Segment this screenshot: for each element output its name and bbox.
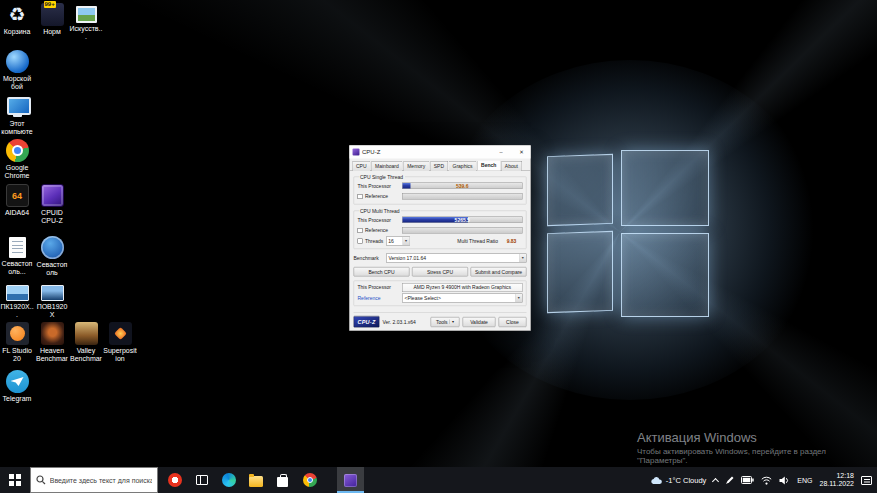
window-title: CPU-Z — [362, 149, 380, 156]
processor-group: This Processor AMD Ryzen 9 4900H with Ra… — [354, 281, 527, 307]
telegram-icon — [6, 370, 29, 393]
tab-bench[interactable]: Bench — [477, 161, 500, 171]
taskbar-browser-button[interactable] — [161, 467, 188, 493]
taskbar-search[interactable]: Введите здесь текст для поиска — [30, 467, 158, 493]
desktop-icon-fl-studio[interactable]: FL Studio 20 — [0, 322, 34, 363]
photo-icon — [6, 285, 29, 301]
desktop-icon-label: Севастополь... — [0, 260, 34, 276]
desktop-icon-telegram[interactable]: Telegram — [0, 370, 34, 403]
desktop-icon-label: Heaven Benchmark — [35, 347, 69, 364]
tab-cpu[interactable]: CPU — [352, 161, 371, 171]
blue-app-icon — [6, 50, 29, 73]
desktop-icon-cpuz[interactable]: CPUID CPU-Z — [35, 184, 69, 225]
weather-text: -1°C Cloudy — [666, 476, 707, 485]
clock-time: 12:18 — [819, 472, 854, 481]
screen: Корзина 99+ Норм Искусств... Морской бой… — [0, 0, 877, 493]
taskbar-cpuz-button[interactable] — [337, 467, 364, 493]
chevron-down-icon: ▾ — [515, 294, 522, 302]
desktop-icon-sevastopol-doc[interactable]: Севастополь... — [0, 236, 34, 276]
submit-and-compare-button[interactable]: Submit and Compare — [471, 267, 527, 277]
desktop-icon-art[interactable]: Искусств... — [69, 3, 103, 41]
benchmark-version-select[interactable]: Version 17.01.64 ▾ — [386, 253, 527, 262]
validate-button[interactable]: Validate — [463, 317, 496, 327]
cpuz-logo: CPU-Z — [354, 316, 380, 328]
network-icon[interactable] — [761, 476, 772, 485]
minimize-button[interactable]: – — [492, 146, 510, 159]
benchmark-version-value: Version 17.01.64 — [389, 255, 427, 261]
windows-logo-icon — [9, 474, 21, 486]
threads-select[interactable]: 16 ▾ — [386, 236, 410, 245]
aida64-icon — [6, 184, 29, 207]
desktop-icon-label: Корзина — [0, 28, 34, 36]
tab-graphics[interactable]: Graphics — [449, 161, 477, 171]
taskbar-chrome-button[interactable] — [296, 467, 323, 493]
browser-icon — [168, 473, 182, 487]
pen-icon[interactable] — [725, 476, 734, 485]
start-button[interactable] — [0, 467, 30, 493]
multi-thread-group-label: CPU Multi Thread — [359, 208, 402, 214]
reference-link[interactable]: Reference — [358, 295, 400, 301]
language-indicator[interactable]: ENG — [797, 477, 812, 484]
desktop-icon-label: Искусств... — [69, 25, 103, 41]
game-icon: 99+ — [41, 3, 64, 26]
weather-widget[interactable]: -1°C Cloudy — [650, 476, 707, 485]
multi-thread-group: CPU Multi Thread This Processor 5265.5 R… — [354, 208, 527, 249]
computer-icon — [6, 95, 29, 118]
single-thread-group: CPU Single Thread This Processor 539.6 R… — [354, 174, 527, 205]
search-icon — [36, 475, 46, 485]
multi-thread-score-bar: 5265.5 — [402, 217, 523, 224]
single-thread-score: 539.6 — [403, 183, 523, 189]
tab-about[interactable]: About — [501, 161, 522, 171]
bench-cpu-button[interactable]: Bench CPU — [354, 267, 410, 277]
multi-thread-score: 5265.5 — [403, 217, 523, 223]
volume-icon[interactable] — [779, 476, 790, 485]
tab-memory[interactable]: Memory — [403, 161, 429, 171]
desktop-icon-norm[interactable]: 99+ Норм — [35, 3, 69, 36]
desktop-icon-valley-benchmark[interactable]: Valley Benchmark — [69, 322, 103, 364]
desktop-icon-wallpaper-2[interactable]: ПОВ1920Х Windows к... — [35, 281, 69, 320]
tab-mainboard[interactable]: Mainboard — [371, 161, 403, 171]
taskbar-explorer-button[interactable] — [242, 467, 269, 493]
photo-icon — [41, 285, 64, 301]
close-window-button[interactable]: ✕ — [513, 146, 531, 159]
desktop-icon-heaven-benchmark[interactable]: Heaven Benchmark — [35, 322, 69, 364]
windows-hero-pane-bottom-right — [621, 233, 709, 317]
processor-name: AMD Ryzen 9 4900H with Radeon Graphics — [413, 285, 511, 291]
desktop-icon-superposition-benchmark[interactable]: Superposition Benchmark — [103, 322, 137, 364]
activation-watermark-subtitle: Чтобы активировать Windows, перейдите в … — [637, 447, 877, 465]
tab-spd[interactable]: SPD — [430, 161, 448, 171]
single-reference-checkbox[interactable] — [358, 194, 363, 199]
recycle-bin-icon — [6, 3, 29, 26]
desktop-icon-recycle-bin[interactable]: Корзина — [0, 3, 34, 36]
stress-cpu-button[interactable]: Stress CPU — [412, 267, 468, 277]
threads-checkbox[interactable] — [358, 238, 363, 243]
reference-select[interactable]: <Please Select> ▾ — [402, 293, 523, 302]
battery-icon[interactable] — [741, 476, 754, 484]
chevron-down-icon: ▾ — [402, 237, 409, 245]
activation-watermark-title: Активация Windows — [637, 430, 877, 445]
chrome-icon — [303, 473, 317, 487]
action-center-icon[interactable] — [861, 476, 872, 485]
desktop-icon-label: Морской бой — [0, 75, 34, 91]
processor-row-label: This Processor — [358, 285, 400, 291]
clock[interactable]: 12:18 28.11.2022 — [819, 472, 854, 489]
edge-icon — [222, 473, 236, 487]
taskbar-store-button[interactable] — [269, 467, 296, 493]
multi-reference-bar — [402, 227, 523, 234]
close-button[interactable]: Close — [499, 317, 527, 327]
desktop-icon-wallpaper-1[interactable]: ПК1920Х... — [0, 281, 34, 319]
multi-reference-checkbox[interactable] — [358, 228, 363, 233]
desktop-icon-chrome[interactable]: Google Chrome — [0, 139, 34, 180]
single-thread-row-label: This Processor — [358, 183, 400, 189]
tray-expand-chevron-icon[interactable] — [712, 477, 719, 484]
single-thread-group-label: CPU Single Thread — [359, 174, 405, 180]
taskbar-task-view-button[interactable] — [188, 467, 215, 493]
cpuz-titlebar[interactable]: CPU-Z – ✕ — [350, 146, 531, 159]
clock-date: 28.11.2022 — [819, 480, 854, 489]
tools-button[interactable]: Tools ▾ — [431, 317, 460, 327]
taskbar-edge-button[interactable] — [215, 467, 242, 493]
desktop-icon-this-pc[interactable]: Этот компьютер — [0, 95, 34, 137]
desktop-icon-aida64[interactable]: AIDA64 — [0, 184, 34, 217]
desktop-icon-morskoy-boy[interactable]: Морской бой — [0, 50, 34, 91]
desktop-icon-sevastopol-kulinar[interactable]: Севастополь Кулинар... — [35, 236, 69, 278]
